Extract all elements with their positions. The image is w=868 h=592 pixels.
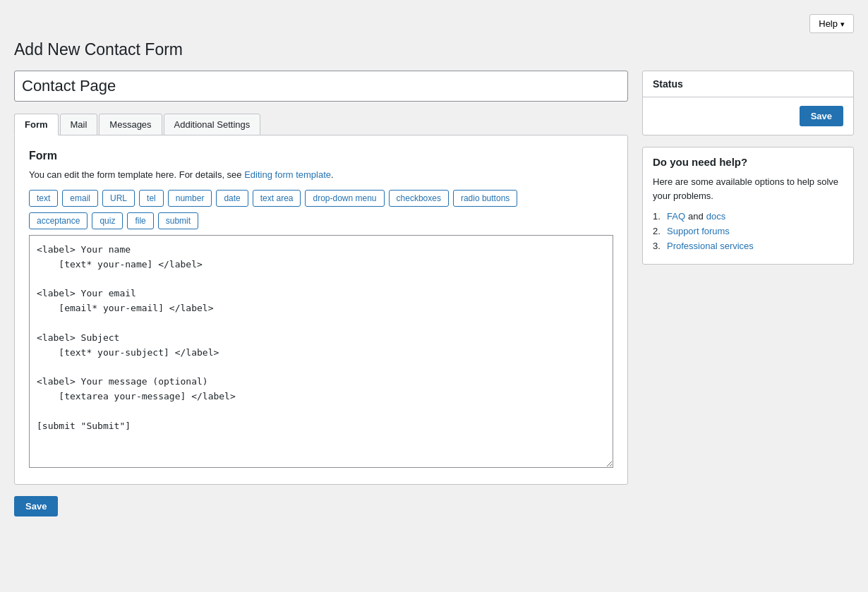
help-button[interactable]: Help	[809, 14, 854, 33]
help-list: FAQ and docs Support forums Professional…	[653, 211, 843, 251]
professional-services-link[interactable]: Professional services	[667, 241, 754, 251]
faq-link[interactable]: FAQ	[667, 211, 685, 222]
tag-buttons-row2: acceptance quiz file submit	[29, 212, 613, 229]
form-section-title: Form	[29, 150, 613, 162]
tab-form[interactable]: Form	[14, 114, 59, 135]
help-list-item-3: Professional services	[653, 241, 843, 251]
help-label: Help	[819, 18, 838, 29]
tag-btn-acceptance[interactable]: acceptance	[29, 212, 88, 229]
tab-messages[interactable]: Messages	[99, 114, 162, 135]
bottom-save-button[interactable]: Save	[14, 496, 58, 517]
tag-btn-email[interactable]: email	[62, 190, 98, 207]
tag-btn-url[interactable]: URL	[102, 190, 135, 207]
page-title: Add New Contact Form	[14, 40, 854, 59]
tab-mail[interactable]: Mail	[60, 114, 98, 135]
help-box-content: Do you need help? Here are some availabl…	[643, 147, 853, 264]
help-list-item-2: Support forums	[653, 226, 843, 236]
tag-btn-submit[interactable]: submit	[158, 212, 198, 229]
tag-btn-tel[interactable]: tel	[139, 190, 164, 207]
tag-btn-dropdown[interactable]: drop-down menu	[305, 190, 384, 207]
tag-btn-number[interactable]: number	[168, 190, 212, 207]
tag-btn-quiz[interactable]: quiz	[92, 212, 123, 229]
help-description: Here are some available options to help …	[653, 175, 843, 203]
support-forums-link[interactable]: Support forums	[667, 226, 730, 236]
tag-btn-textarea[interactable]: text area	[253, 190, 301, 207]
tag-buttons-row1: text email URL tel number date text area…	[29, 190, 613, 207]
tab-additional-settings[interactable]: Additional Settings	[164, 114, 261, 135]
tabs-container: Form Mail Messages Additional Settings F…	[14, 113, 628, 485]
tag-btn-checkboxes[interactable]: checkboxes	[389, 190, 449, 207]
status-box-header: Status	[643, 71, 853, 97]
status-box-content: Save	[643, 97, 853, 135]
sidebar: Status Save Do you need help? Here are s…	[642, 71, 854, 276]
help-box: Do you need help? Here are some availabl…	[642, 147, 854, 265]
docs-link[interactable]: docs	[706, 211, 725, 222]
form-template-textarea[interactable]: <label> Your name [text* your-name] </la…	[29, 235, 613, 468]
tag-btn-date[interactable]: date	[216, 190, 248, 207]
status-box: Status Save	[642, 71, 854, 135]
form-panel: Form You can edit the form template here…	[14, 135, 628, 485]
help-section-title: Do you need help?	[653, 156, 843, 168]
form-title-input[interactable]	[14, 71, 628, 102]
editing-form-template-link[interactable]: Editing form template	[244, 169, 331, 180]
tabs-list: Form Mail Messages Additional Settings	[14, 113, 628, 135]
chevron-down-icon	[840, 18, 845, 29]
sidebar-save-button[interactable]: Save	[800, 106, 843, 126]
help-list-item-1: FAQ and docs	[653, 211, 843, 222]
tag-btn-text[interactable]: text	[29, 190, 58, 207]
tag-btn-radio[interactable]: radio buttons	[453, 190, 517, 207]
form-description: You can edit the form template here. For…	[29, 169, 613, 180]
tag-btn-file[interactable]: file	[127, 212, 153, 229]
